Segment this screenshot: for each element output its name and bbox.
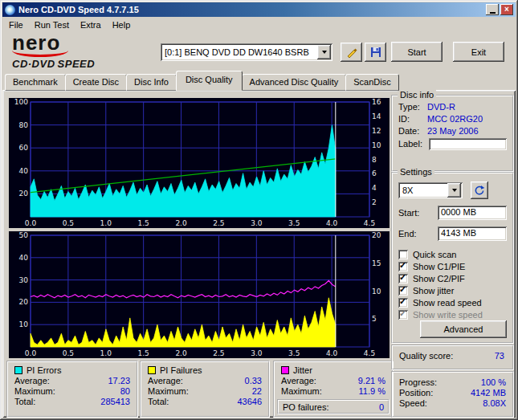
- pi-errors-title: PI Errors: [27, 365, 61, 375]
- disc-info-title: Disc info: [398, 90, 436, 100]
- stat-row: Maximum:11.9 %: [275, 385, 392, 396]
- svg-text:2.0: 2.0: [175, 349, 187, 357]
- nero-logo: nero CD·DVDSPEED: [12, 33, 153, 71]
- pi-failures-stats-group: PI Failures Average:0.33Maximum:22Total:…: [140, 361, 270, 418]
- start-position-field[interactable]: 0000 MB: [438, 206, 507, 220]
- info-value: DVD-R: [427, 102, 455, 112]
- stat-value: 43646: [237, 398, 262, 406]
- checkbox-box[interactable]: ✓: [398, 262, 408, 271]
- svg-text:2.5: 2.5: [213, 219, 224, 227]
- info-label: Label:: [398, 139, 427, 149]
- svg-text:0.0: 0.0: [25, 219, 37, 227]
- info-value: 23 May 2006: [427, 126, 479, 137]
- end-position-label: End:: [398, 229, 417, 239]
- drive-selector-dropdown[interactable]: [317, 45, 331, 59]
- advanced-button[interactable]: Advanced: [420, 320, 507, 338]
- svg-text:0.5: 0.5: [63, 349, 74, 357]
- svg-text:1.5: 1.5: [138, 219, 149, 227]
- stat-row: Maximum:80: [8, 385, 137, 396]
- svg-text:6: 6: [372, 169, 377, 177]
- svg-text:3.5: 3.5: [288, 349, 300, 357]
- stat-label: Maximum:: [148, 387, 189, 396]
- pi-failures-title: PI Failures: [160, 365, 202, 375]
- quality-score-label: Quality score:: [399, 351, 453, 361]
- drive-selector[interactable]: [0:1] BENQ DVD DD DW1640 BSRB: [161, 43, 332, 61]
- stat-value: 9.21 %: [358, 377, 385, 385]
- start-button[interactable]: Start: [391, 42, 443, 62]
- checkbox-box[interactable]: ✓: [398, 298, 408, 308]
- menu-run-test[interactable]: Run Test: [29, 18, 75, 31]
- checkbox-box[interactable]: ✓: [398, 286, 408, 296]
- checkbox-show-read-speed[interactable]: ✓Show read speed: [398, 296, 512, 308]
- svg-text:2.5: 2.5: [213, 349, 224, 357]
- checkbox-box[interactable]: ✓: [398, 310, 408, 320]
- write-icon: [345, 46, 358, 59]
- checkbox-show-jitter[interactable]: ✓Show jitter: [398, 284, 512, 296]
- save-button[interactable]: [365, 43, 386, 62]
- titlebar[interactable]: Nero CD-DVD Speed 4.7.7.15 ×: [2, 2, 516, 17]
- window-controls: ×: [486, 4, 513, 15]
- tab-create-disc[interactable]: Create Disc: [65, 74, 127, 91]
- toolbar: nero CD·DVDSPEED [0:1] BENQ DVD DD DW164…: [2, 32, 516, 73]
- svg-text:2: 2: [372, 198, 377, 206]
- menu-extra[interactable]: Extra: [75, 18, 107, 31]
- speed-selector[interactable]: 8X: [398, 182, 463, 198]
- window-title: Nero CD-DVD Speed 4.7.7.15: [18, 5, 486, 14]
- check-icon: ✓: [399, 272, 406, 282]
- checkbox-show-write-speed[interactable]: ✓Show write speed: [398, 308, 512, 320]
- svg-text:20: 20: [19, 190, 29, 198]
- end-position-field[interactable]: 4143 MB: [438, 226, 507, 241]
- minimize-button[interactable]: [486, 4, 499, 15]
- pi-errors-header: PI Errors: [8, 362, 137, 375]
- check-icon: ✓: [399, 284, 406, 294]
- menu-file[interactable]: File: [3, 18, 29, 31]
- tab-disc-info[interactable]: Disc Info: [126, 74, 177, 91]
- svg-text:1.0: 1.0: [100, 349, 112, 357]
- svg-text:20: 20: [19, 298, 29, 306]
- speed-dropdown[interactable]: [447, 183, 461, 198]
- svg-text:100: 100: [14, 98, 28, 106]
- exit-button[interactable]: Exit: [453, 42, 504, 62]
- info-value: MCC 02RG20: [427, 114, 483, 124]
- stat-label: Speed:: [399, 399, 427, 408]
- svg-text:4: 4: [372, 184, 377, 192]
- disc-label-field[interactable]: [429, 138, 507, 150]
- svg-text:20: 20: [372, 231, 381, 239]
- checkbox-quick-scan[interactable]: Quick scan: [398, 248, 512, 260]
- svg-text:0.5: 0.5: [63, 219, 74, 227]
- checkbox-box[interactable]: ✓: [398, 274, 408, 283]
- write-test-button[interactable]: [341, 43, 362, 62]
- start-position-label: Start:: [398, 208, 419, 218]
- refresh-button[interactable]: [471, 181, 488, 199]
- tab-disc-quality[interactable]: Disc Quality: [176, 71, 243, 91]
- pi-errors-stats-group: PI Errors Average:17.23Maximum:80Total:2…: [6, 361, 138, 418]
- checkbox-show-c2-pif[interactable]: ✓Show C2/PIF: [398, 272, 512, 284]
- stat-value: 17.23: [108, 377, 130, 385]
- stat-value: 100 %: [481, 378, 506, 387]
- app-window: Nero CD-DVD Speed 4.7.7.15 × FileRun Tes…: [0, 0, 518, 420]
- checkbox-show-c1-pie[interactable]: ✓Show C1/PIE: [398, 260, 512, 272]
- checkbox-box[interactable]: [398, 250, 408, 259]
- svg-text:1.5: 1.5: [138, 349, 149, 357]
- menubar: FileRun TestExtraHelp: [2, 17, 516, 32]
- stat-label: Average:: [281, 377, 316, 385]
- svg-text:5: 5: [372, 315, 377, 323]
- svg-text:40: 40: [19, 167, 29, 175]
- quality-score-row: Quality score: 73: [393, 346, 512, 361]
- menu-help[interactable]: Help: [107, 18, 137, 31]
- chevron-down-icon: [452, 189, 457, 192]
- stat-value: 11.9 %: [359, 387, 385, 396]
- svg-text:4.5: 4.5: [364, 349, 375, 357]
- checkbox-label: Show write speed: [413, 310, 483, 320]
- tab-benchmark[interactable]: Benchmark: [5, 74, 66, 91]
- svg-text:4.0: 4.0: [326, 349, 338, 357]
- tab-scandisc[interactable]: ScanDisc: [345, 74, 398, 91]
- stat-row: Maximum:22: [141, 385, 268, 396]
- svg-text:10: 10: [372, 287, 381, 296]
- start-position-row: Start: 0000 MB: [393, 199, 512, 220]
- disc-info-row: Label:: [393, 137, 512, 150]
- tab-advanced-disc-quality[interactable]: Advanced Disc Quality: [242, 74, 347, 91]
- minimize-icon: [490, 12, 496, 14]
- close-button[interactable]: ×: [500, 4, 513, 15]
- disc-info-row: ID:MCC 02RG20: [393, 112, 512, 124]
